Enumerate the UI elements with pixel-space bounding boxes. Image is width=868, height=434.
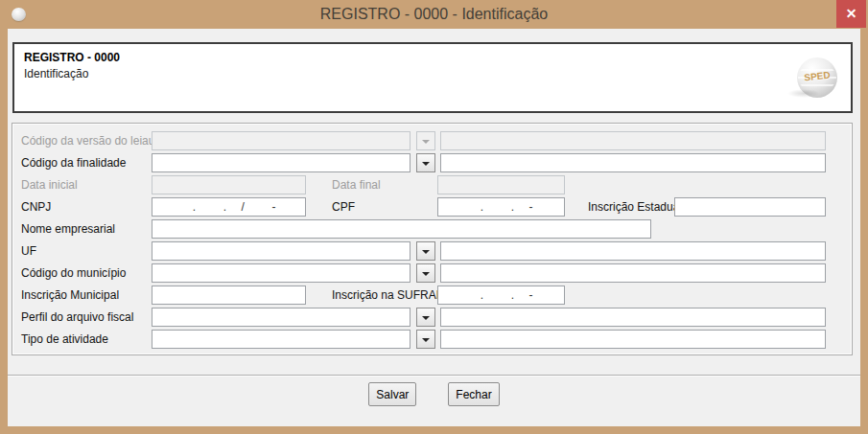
register-header-panel: REGISTRO - 0000 Identificação SPED xyxy=(12,42,853,113)
end-date-label: Data final xyxy=(332,175,381,194)
fiscal-file-profile-description-input[interactable] xyxy=(440,308,826,327)
company-name-input[interactable] xyxy=(152,219,651,239)
uf-label: UF xyxy=(21,241,36,261)
layout-version-label: Código da versão do leiaute xyxy=(21,131,164,150)
fiscal-file-profile-label: Perfil do arquivo fiscal xyxy=(21,308,133,327)
municipality-code-description-input[interactable] xyxy=(440,263,826,283)
cnpj-label: CNPJ xyxy=(21,197,51,217)
layout-version-input xyxy=(152,131,411,150)
purpose-code-description-input[interactable] xyxy=(440,153,826,172)
cpf-label: CPF xyxy=(332,197,355,217)
fiscal-file-profile-input[interactable] xyxy=(152,308,411,327)
chevron-down-icon xyxy=(422,250,430,254)
suframa-registration-input[interactable] xyxy=(437,286,565,305)
start-date-input xyxy=(152,175,306,194)
end-date-input xyxy=(437,175,565,194)
company-name-label: Nome empresarial xyxy=(21,219,115,239)
title-bar[interactable]: REGISTRO - 0000 - Identificação ✕ xyxy=(0,0,868,29)
footer-button-bar: Salvar Fechar xyxy=(8,382,860,406)
sped-logo-label: SPED xyxy=(797,69,838,83)
chevron-down-icon xyxy=(422,338,430,342)
footer-divider xyxy=(8,375,860,377)
municipal-registration-label: Inscrição Municipal xyxy=(21,286,119,305)
dialog-window: REGISTRO - 0000 - Identificação ✕ REGIST… xyxy=(0,0,868,434)
chevron-down-icon xyxy=(422,316,430,320)
purpose-code-dropdown-button[interactable] xyxy=(416,153,435,172)
suframa-registration-label: Inscrição na SUFRAMA xyxy=(332,286,454,305)
municipality-code-input[interactable] xyxy=(152,263,411,283)
purpose-code-label: Código da finalidade xyxy=(21,153,126,172)
purpose-code-input[interactable] xyxy=(152,153,411,172)
start-date-label: Data inicial xyxy=(21,175,78,194)
state-registration-label: Inscrição Estadual xyxy=(588,197,682,217)
activity-type-label: Tipo de atividade xyxy=(21,330,108,349)
close-icon[interactable]: ✕ xyxy=(836,0,866,28)
cnpj-input[interactable] xyxy=(152,197,306,217)
sped-logo-icon: SPED xyxy=(797,57,837,98)
layout-version-dropdown-button xyxy=(416,131,435,150)
layout-version-description-input xyxy=(440,131,826,150)
chevron-down-icon xyxy=(422,162,430,166)
activity-type-input[interactable] xyxy=(152,330,411,349)
close-button[interactable]: Fechar xyxy=(448,382,499,406)
fiscal-file-profile-dropdown-button[interactable] xyxy=(416,308,435,327)
register-name-subheading: Identificação xyxy=(24,67,88,80)
uf-dropdown-button[interactable] xyxy=(416,241,435,261)
chevron-down-icon xyxy=(422,272,430,276)
municipal-registration-input[interactable] xyxy=(152,286,306,305)
client-area: REGISTRO - 0000 Identificação SPED Códig… xyxy=(8,29,860,426)
uf-input[interactable] xyxy=(152,241,411,261)
chevron-down-icon xyxy=(422,140,430,144)
register-code-heading: REGISTRO - 0000 xyxy=(24,51,120,64)
activity-type-description-input[interactable] xyxy=(440,330,826,349)
save-button[interactable]: Salvar xyxy=(368,382,416,406)
state-registration-input[interactable] xyxy=(674,197,826,217)
identification-form-panel: Código da versão do leiaute Código da fi… xyxy=(12,123,853,355)
cpf-input[interactable] xyxy=(437,197,565,217)
municipality-code-dropdown-button[interactable] xyxy=(416,263,435,283)
window-title: REGISTRO - 0000 - Identificação xyxy=(0,0,868,29)
activity-type-dropdown-button[interactable] xyxy=(416,330,435,349)
uf-description-input[interactable] xyxy=(440,241,826,261)
municipality-code-label: Código do município xyxy=(21,263,126,283)
